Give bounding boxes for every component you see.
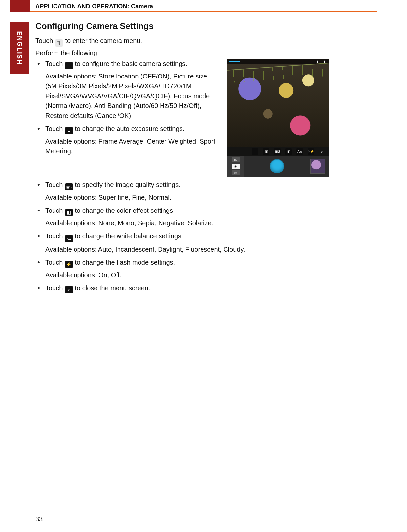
list-item: Touch to change the color effect setting…: [35, 206, 377, 228]
bullet-text-after: to change the color effect settings.: [75, 207, 175, 214]
camera-settings-row: ⋮ ▣ ▣S ◧ Aw ✕⚡ ‹: [227, 147, 329, 156]
mode-panorama-icon[interactable]: ▭: [232, 170, 240, 175]
bullet-text-before: Touch: [45, 259, 65, 266]
camera-viewfinder: [227, 64, 329, 147]
mode-camera-icon[interactable]: ◉: [232, 164, 240, 169]
intro-before: Touch: [35, 37, 55, 44]
bullet-text-before: Touch: [45, 233, 65, 240]
intro-line: Touch to enter the camera menu.: [35, 35, 377, 47]
exposure-icon: [65, 127, 73, 134]
sliders-icon: [55, 39, 63, 47]
close-menu-icon: [65, 286, 73, 293]
bullet-text-after: to specify the image quality settings.: [75, 181, 181, 188]
white-balance-icon: [65, 235, 73, 242]
color-effect-icon: [65, 209, 73, 216]
bullet-text-before: Touch: [45, 181, 65, 188]
shutter-button[interactable]: [270, 160, 284, 173]
list-item: Touch to configure the basic camera sett…: [35, 59, 219, 121]
sidebar-language-tab: ENGLISH: [10, 22, 29, 74]
bullet-options: Available options: Store location (OFF/O…: [45, 71, 219, 121]
camera-screenshot: ▮ ▮ ⋮ ▣ ▣S ◧ Aw ✕⚡ ‹: [227, 59, 329, 177]
status-battery-icon: ▮: [324, 60, 325, 63]
page-number: 33: [35, 515, 43, 523]
progress-indicator: [229, 61, 240, 62]
bullet-text-before: Touch: [45, 207, 65, 214]
header-title: APPLICATION AND OPERATION: Camera: [35, 3, 153, 10]
camera-bottom-bar: ■▸ ◉ ▭: [227, 156, 329, 177]
intro-after: to enter the camera menu.: [65, 37, 142, 44]
perform-line: Perform the following:: [35, 49, 377, 57]
bullet-text-after: to change the white balance settings.: [75, 233, 183, 240]
phone-status-bar: ▮ ▮: [227, 59, 329, 64]
settings-quality-icon[interactable]: ▣S: [274, 148, 281, 155]
header-accent-block: [10, 0, 30, 12]
mode-video-icon[interactable]: ■▸: [232, 157, 240, 162]
bullet-options: Available options: Auto, Incandescent, D…: [45, 244, 377, 254]
bullet-options: Available options: Frame Average, Center…: [45, 136, 219, 156]
list-item: Touch to change the flash mode settings.…: [35, 257, 377, 280]
bullet-options: Available options: Super fine, Fine, Nor…: [45, 192, 377, 202]
bullet-text-after: to configure the basic camera settings.: [75, 60, 187, 67]
list-item: Touch to change the auto exposure settin…: [35, 124, 219, 156]
gallery-thumbnail[interactable]: [310, 159, 325, 174]
settings-flash-icon[interactable]: ✕⚡: [308, 148, 314, 155]
settings-wb-icon[interactable]: Aw: [296, 148, 303, 155]
camera-mode-switcher[interactable]: ■▸ ◉ ▭: [227, 156, 244, 177]
bullet-text-before: Touch: [45, 125, 65, 132]
list-item: Touch to specify the image quality setti…: [35, 180, 377, 202]
viewfinder-decor: [227, 63, 329, 83]
list-item: Touch to close the menu screen.: [35, 283, 377, 293]
image-quality-icon: [65, 183, 73, 190]
bullet-text-before: Touch: [45, 60, 65, 67]
bullet-options: Available options: None, Mono, Sepia, Ne…: [45, 218, 377, 228]
bullet-options: Available options: On, Off.: [45, 270, 377, 280]
settings-more-icon[interactable]: ⋮: [252, 148, 258, 155]
more-options-icon: [65, 62, 73, 69]
bullet-text-after: to close the menu screen.: [75, 284, 150, 292]
settings-exposure-icon[interactable]: ▣: [263, 148, 269, 155]
header-rule: [30, 11, 377, 12]
settings-color-icon[interactable]: ◧: [285, 148, 292, 155]
list-item: Touch to change the white balance settin…: [35, 231, 377, 254]
status-signal-icon: ▮: [317, 60, 318, 63]
section-title: Configuring Camera Settings: [35, 21, 377, 31]
settings-close-icon[interactable]: ‹: [319, 148, 325, 155]
bullet-text-before: Touch: [45, 284, 65, 292]
shutter-area: [244, 160, 310, 173]
sidebar-language-label: ENGLISH: [16, 31, 23, 65]
bullet-text-after: to change the flash mode settings.: [75, 259, 175, 266]
flash-mode-icon: [65, 261, 73, 268]
bullet-text-after: to change the auto exposure settings.: [75, 125, 185, 132]
